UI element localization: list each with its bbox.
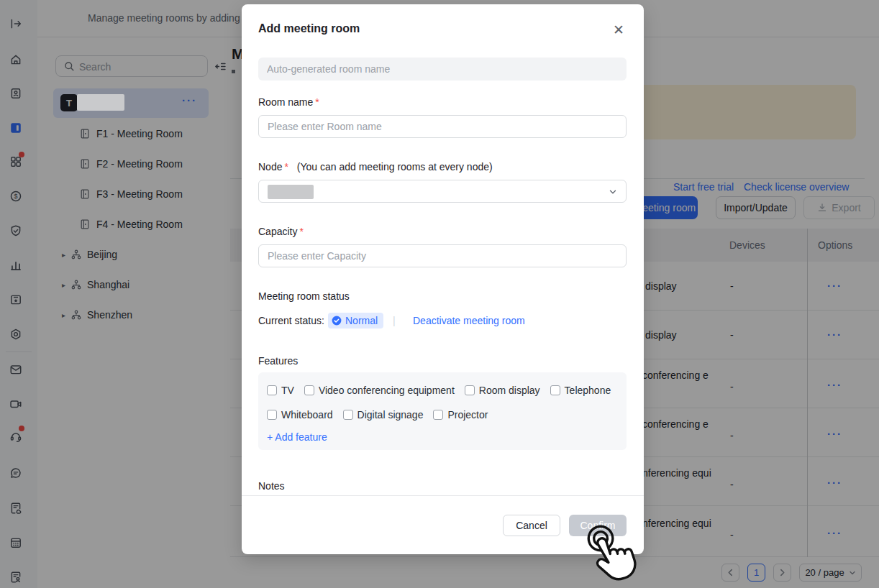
chevron-down-icon <box>609 188 617 196</box>
status-section-label: Meeting room status <box>258 290 350 302</box>
add-meeting-room-modal: Add meeting room ✕ Room name* Node* (You… <box>242 4 644 554</box>
notes-label: Notes <box>258 480 285 492</box>
room-name-input[interactable] <box>258 115 627 138</box>
tap-hand-cursor-icon <box>552 510 660 588</box>
feature-option: Telephone <box>550 385 611 396</box>
checkbox-whiteboard[interactable] <box>267 410 277 420</box>
node-hint: (You can add meeting rooms at every node… <box>297 161 493 173</box>
node-select[interactable] <box>258 180 627 203</box>
feature-option: Projector <box>433 409 488 421</box>
add-feature-link[interactable]: + Add feature <box>267 431 327 443</box>
deactivate-room-link[interactable]: Deactivate meeting room <box>413 315 525 326</box>
checkbox-digital-signage[interactable] <box>343 410 353 420</box>
room-name-label: Room name* <box>258 96 319 108</box>
required-asterisk: * <box>284 161 288 173</box>
status-badge-label: Normal <box>345 315 378 326</box>
modal-title: Add meeting room <box>258 22 360 35</box>
redacted-org-name <box>77 94 124 111</box>
check-circle-icon <box>332 316 342 326</box>
checkbox-projector[interactable] <box>433 410 443 420</box>
required-asterisk: * <box>315 96 319 108</box>
modal-footer-divider <box>242 495 644 496</box>
cancel-button[interactable]: Cancel <box>503 515 560 536</box>
feature-option: Whiteboard <box>267 409 333 421</box>
status-divider: | <box>393 315 396 326</box>
checkbox-room-display[interactable] <box>465 385 475 395</box>
checkbox-telephone[interactable] <box>550 385 560 395</box>
features-box: TV Video conferencing equipment Room dis… <box>258 372 627 450</box>
checkbox-tv[interactable] <box>267 385 277 395</box>
checkbox-video-conferencing[interactable] <box>304 385 314 395</box>
features-label: Features <box>258 355 298 367</box>
features-row-1: TV Video conferencing equipment Room dis… <box>267 385 611 396</box>
feature-option: Video conferencing equipment <box>304 385 455 396</box>
node-label: Node* (You can add meeting rooms at ever… <box>258 161 493 173</box>
close-icon[interactable]: ✕ <box>611 23 626 37</box>
capacity-label: Capacity* <box>258 226 304 237</box>
feature-option: Digital signage <box>343 409 424 421</box>
features-row-2: Whiteboard Digital signage Projector <box>267 409 488 421</box>
feature-option: Room display <box>465 385 540 396</box>
current-status-label: Current status: <box>258 315 324 326</box>
auto-room-name-input[interactable] <box>258 58 627 81</box>
required-asterisk: * <box>299 226 303 237</box>
capacity-input[interactable] <box>258 244 627 267</box>
status-badge: Normal <box>328 313 383 329</box>
redacted-node-value <box>268 185 314 199</box>
feature-option: TV <box>267 385 294 396</box>
